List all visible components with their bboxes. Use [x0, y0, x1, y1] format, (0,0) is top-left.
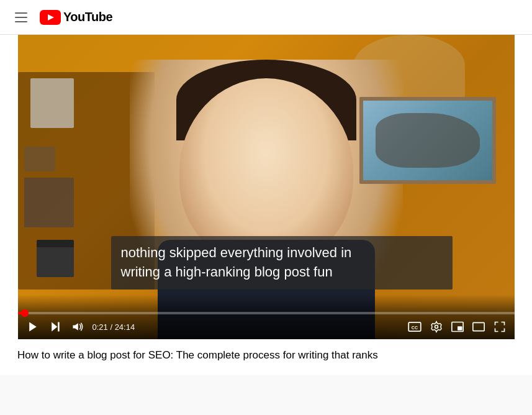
video-title: How to write a blog post for SEO: The co… — [17, 339, 514, 363]
subtitle-overlay: nothing skipped everything involved in w… — [111, 236, 453, 290]
settings-button[interactable] — [429, 319, 444, 334]
youtube-logo-icon — [40, 10, 61, 25]
progress-fill — [18, 312, 25, 314]
progress-dot — [21, 309, 29, 317]
cc-button[interactable]: CC — [407, 321, 423, 333]
shelf-books — [24, 178, 74, 227]
theater-icon — [472, 322, 485, 332]
volume-icon — [71, 321, 84, 333]
settings-icon — [430, 321, 443, 333]
svg-point-8 — [435, 326, 438, 329]
svg-marker-5 — [73, 323, 78, 331]
controls-row: 0:21 / 24:14 CC — [18, 319, 515, 334]
time-display: 0:21 / 24:14 — [92, 322, 135, 332]
video-controls-bar: 0:21 / 24:14 CC — [18, 294, 515, 339]
wall-painting — [359, 97, 496, 184]
play-icon — [27, 321, 39, 333]
rhino-painting-subject — [376, 113, 480, 168]
svg-text:CC: CC — [411, 326, 417, 331]
cc-icon: CC — [408, 322, 422, 332]
header: YouTube — [0, 0, 532, 35]
svg-marker-3 — [52, 322, 57, 332]
fullscreen-button[interactable] — [492, 319, 507, 334]
fullscreen-icon — [494, 321, 506, 333]
svg-rect-4 — [58, 322, 60, 332]
hamburger-menu[interactable] — [10, 7, 32, 27]
subtitle-text: nothing skipped everything involved in w… — [121, 244, 443, 282]
svg-rect-11 — [472, 322, 484, 331]
shelf-plant — [24, 147, 55, 171]
miniplayer-icon — [451, 321, 464, 332]
right-controls: CC — [407, 319, 507, 334]
svg-rect-10 — [458, 326, 462, 331]
clapperboard — [37, 246, 74, 277]
youtube-logo-text: YouTube — [63, 10, 112, 24]
progress-bar[interactable] — [18, 312, 515, 314]
main-content: nothing skipped everything involved in w… — [0, 35, 532, 375]
video-frame — [18, 35, 515, 339]
theater-mode-button[interactable] — [471, 321, 486, 333]
next-icon — [49, 321, 61, 333]
youtube-logo-area[interactable]: YouTube — [40, 10, 112, 25]
svg-marker-2 — [29, 322, 37, 332]
miniplayer-button[interactable] — [450, 320, 465, 334]
volume-button[interactable] — [70, 319, 85, 334]
next-button[interactable] — [48, 319, 63, 334]
play-button[interactable] — [25, 319, 40, 334]
bust-sculpture — [30, 78, 74, 128]
video-player[interactable]: nothing skipped everything involved in w… — [18, 35, 515, 339]
